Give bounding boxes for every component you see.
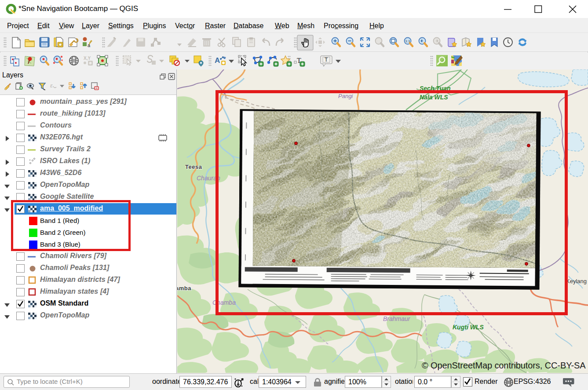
svg-text:X,Y: X,Y [84,56,91,61]
svg-text:A: A [215,56,220,65]
svg-text:1:1: 1:1 [405,39,411,43]
svg-text:T: T [325,57,328,63]
svg-text:ε: ε [50,82,53,89]
svg-text:a: a [88,43,91,48]
